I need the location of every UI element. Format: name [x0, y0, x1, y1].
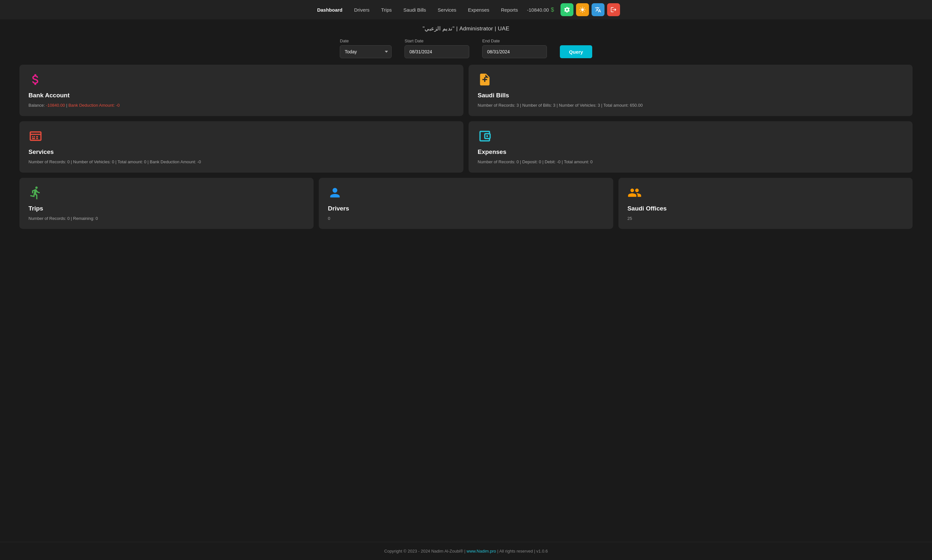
trips-card[interactable]: Trips Number of Records: 0 | Remaining: … [19, 178, 313, 229]
nav-item-expenses[interactable]: Expenses [463, 5, 494, 15]
expenses-icon [478, 129, 904, 145]
main-content: Bank Account Balance: -10840.00 | Bank D… [0, 65, 932, 542]
services-icon [28, 129, 454, 145]
bank-account-detail: Balance: -10840.00 | Bank Deduction Amou… [28, 102, 454, 109]
nav-action-buttons [560, 3, 620, 16]
balance-value: -10840.00 [527, 7, 549, 12]
bank-account-icon [28, 72, 454, 89]
balance-label: Balance: [28, 103, 45, 108]
date-select[interactable]: Today This Week This Month Custom [340, 45, 392, 58]
theme-button[interactable] [576, 3, 589, 16]
trips-icon [28, 186, 304, 202]
filters-section: Date Today This Week This Month Custom S… [0, 35, 932, 65]
end-date-label: End Date [482, 38, 547, 43]
footer-suffix: | All rights reserved | v1.0.6 [496, 549, 548, 554]
bank-account-card[interactable]: Bank Account Balance: -10840.00 | Bank D… [19, 65, 463, 116]
saudi-offices-card[interactable]: Saudi Offices 25 [619, 178, 913, 229]
end-date-input[interactable] [482, 45, 547, 58]
cards-row-3: Trips Number of Records: 0 | Remaining: … [19, 178, 913, 229]
nav-item-reports[interactable]: Reports [496, 5, 523, 15]
date-label: Date [340, 38, 392, 43]
saudi-offices-icon [628, 186, 904, 202]
nav-item-dashboard[interactable]: Dashboard [312, 5, 347, 15]
drivers-title: Drivers [328, 205, 604, 212]
saudi-offices-title: Saudi Offices [628, 205, 904, 212]
translate-button[interactable] [591, 3, 605, 16]
drivers-value: 0 [328, 215, 604, 222]
bank-account-title: Bank Account [28, 92, 454, 99]
services-detail: Number of Records: 0 | Number of Vehicle… [28, 159, 454, 166]
nav-balance: -10840.00 $ [527, 6, 554, 13]
cards-row-2: Services Number of Records: 0 | Number o… [19, 121, 913, 173]
nav-item-trips[interactable]: Trips [376, 5, 397, 15]
expenses-title: Expenses [478, 148, 904, 155]
deduction-label: Bank Deduction Amount: [68, 103, 114, 108]
saudi-bills-detail: Number of Records: 3 | Number of Bills: … [478, 102, 904, 109]
start-date-label: Start Date [404, 38, 469, 43]
query-button[interactable]: Query [560, 45, 592, 58]
services-title: Services [28, 148, 454, 155]
user-header: "نديم الزعبي" | Administrator | UAE [0, 19, 932, 35]
expenses-card[interactable]: Expenses Number of Records: 0 | Deposit:… [469, 121, 913, 173]
end-date-filter-group: End Date [482, 38, 547, 58]
footer-text: Copyright © 2023 - 2024 Nadim Al-Zoubi® … [384, 549, 467, 554]
saudi-bills-card[interactable]: Saudi Bills Number of Records: 3 | Numbe… [469, 65, 913, 116]
saudi-bills-icon [478, 72, 904, 89]
cards-row-1: Bank Account Balance: -10840.00 | Bank D… [19, 65, 913, 116]
footer: Copyright © 2023 - 2024 Nadim Al-Zoubi® … [0, 542, 932, 560]
start-date-input[interactable] [404, 45, 469, 58]
drivers-icon [328, 186, 604, 202]
navbar: Dashboard Drivers Trips Saudi Bills Serv… [0, 0, 932, 19]
date-filter-group: Date Today This Week This Month Custom [340, 38, 392, 58]
deduction-value: -0 [116, 103, 120, 108]
settings-button[interactable] [560, 3, 574, 16]
nav-menu: Dashboard Drivers Trips Saudi Bills Serv… [312, 5, 554, 15]
expenses-detail: Number of Records: 0 | Deposit: 0 | Debi… [478, 159, 904, 166]
nav-item-services[interactable]: Services [433, 5, 462, 15]
start-date-filter-group: Start Date [404, 38, 469, 58]
logout-button[interactable] [607, 3, 620, 16]
svg-point-0 [486, 135, 488, 137]
services-card[interactable]: Services Number of Records: 0 | Number o… [19, 121, 463, 173]
footer-link[interactable]: www.Nadim.pro [467, 549, 496, 554]
nav-item-saudi-bills[interactable]: Saudi Bills [398, 5, 431, 15]
trips-detail: Number of Records: 0 | Remaining: 0 [28, 215, 304, 222]
trips-title: Trips [28, 205, 304, 212]
drivers-card[interactable]: Drivers 0 [319, 178, 613, 229]
balance-amount: -10840.00 [46, 103, 65, 108]
saudi-offices-value: 25 [628, 215, 904, 222]
dollar-icon: $ [551, 6, 554, 13]
nav-item-drivers[interactable]: Drivers [349, 5, 375, 15]
saudi-bills-title: Saudi Bills [478, 92, 904, 99]
